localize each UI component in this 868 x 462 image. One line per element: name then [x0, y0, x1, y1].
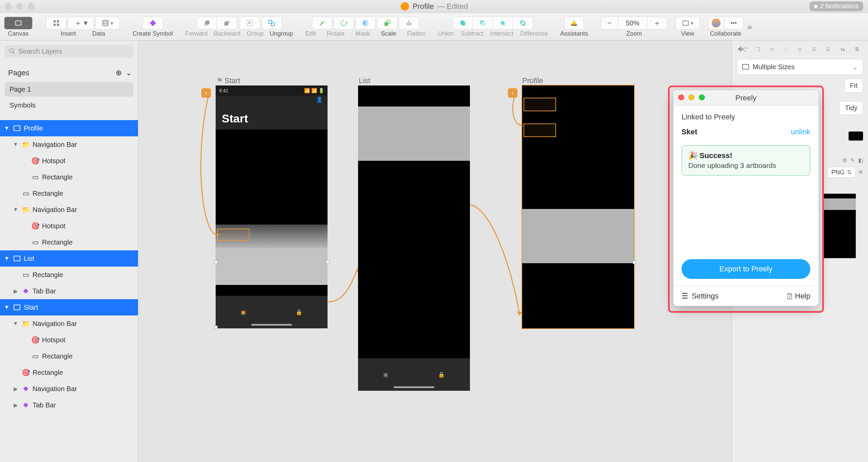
- artboard-label[interactable]: Profile: [522, 76, 543, 85]
- flтипова-button[interactable]: [399, 17, 419, 30]
- zoom-window-button[interactable]: [28, 3, 35, 10]
- edit-button[interactable]: [312, 17, 332, 30]
- insert-grid-button[interactable]: [46, 17, 66, 30]
- align-bottom-button[interactable]: ⫒: [824, 45, 833, 54]
- pages-collapse-button[interactable]: ⌄: [126, 69, 132, 77]
- canvas[interactable]: ⚑Start List Profile 9:41📶 📶 🔋 👤 Start ▣ …: [138, 41, 732, 462]
- export-preview-button[interactable]: ◧: [858, 157, 863, 163]
- add-page-button[interactable]: ⊕: [116, 69, 122, 77]
- layer-artboard-list[interactable]: ▼ List: [0, 250, 138, 267]
- align-center-v-button[interactable]: ⫑: [810, 45, 818, 54]
- artboard-profile[interactable]: [522, 85, 634, 328]
- create-symbol-button[interactable]: [143, 17, 163, 30]
- rectangle-icon: ▭: [22, 271, 30, 278]
- toolbar-label: Edit: [305, 30, 316, 37]
- tab-icon-2: 🔒: [296, 309, 302, 315]
- prototype-start-badge[interactable]: ‹: [201, 88, 211, 98]
- group-button[interactable]: [240, 17, 260, 30]
- artboard-list[interactable]: ▣ 🔒: [358, 85, 470, 391]
- layer-hotspot[interactable]: 🎯 Rectangle: [0, 364, 138, 381]
- collaborate-menu-button[interactable]: •••: [724, 17, 743, 30]
- layer-rectangle[interactable]: ▭ Rectangle: [0, 348, 138, 364]
- distribute-v-button[interactable]: ⇅: [852, 45, 861, 54]
- union-button[interactable]: [453, 17, 473, 30]
- hotspot[interactable]: [524, 123, 556, 137]
- insert-menu-button[interactable]: ＋ ▾: [68, 17, 94, 30]
- preely-export-button[interactable]: Export to Preely: [682, 259, 810, 279]
- flatten-icon: [405, 19, 413, 27]
- scale-button[interactable]: [377, 17, 397, 30]
- preely-plugin-panel: Preely Linked to Preely Sket unlink 🎉 Su…: [673, 90, 818, 306]
- close-window-button[interactable]: [5, 3, 12, 10]
- grid-icon: [53, 19, 60, 27]
- difference-button[interactable]: [513, 17, 533, 30]
- preely-zoom-button[interactable]: [699, 94, 705, 100]
- forward-button[interactable]: [197, 17, 217, 30]
- artboard-size-selector[interactable]: Multiple Sizes ⌄: [737, 59, 863, 75]
- export-remove-button[interactable]: ✕: [858, 169, 863, 176]
- hotspot[interactable]: [217, 229, 250, 241]
- artboard-label[interactable]: ⚑Start: [216, 76, 240, 85]
- layer-symbol[interactable]: ▶ Tab Bar: [0, 397, 138, 413]
- canvas-toggle-button[interactable]: [4, 17, 33, 30]
- align-center-h-button[interactable]: ⫎: [753, 45, 762, 54]
- layer-group[interactable]: ▼ 📁 Navigation Bar: [0, 136, 138, 153]
- toolbar-label: Rotate: [327, 30, 344, 37]
- export-settings-button[interactable]: ⚙: [842, 157, 847, 163]
- view-menu-button[interactable]: ▾: [675, 17, 700, 30]
- hotspot-icon: 🎯: [31, 157, 39, 164]
- preely-unlink-button[interactable]: unlink: [791, 128, 810, 136]
- preely-settings-button[interactable]: ☰ Settings: [682, 292, 719, 301]
- layer-hotspot[interactable]: 🎯 Hotspot: [0, 332, 138, 348]
- hotspot[interactable]: [524, 98, 556, 111]
- layer-group[interactable]: ▼ 📁 Navigation Bar: [0, 315, 138, 332]
- preely-close-button[interactable]: [678, 94, 684, 100]
- artboard-label[interactable]: List: [359, 76, 370, 85]
- minimize-window-button[interactable]: [16, 3, 23, 10]
- layer-symbol[interactable]: ▶ Navigation Bar: [0, 381, 138, 397]
- backward-button[interactable]: [217, 17, 237, 30]
- prototype-back-badge[interactable]: ‹: [508, 88, 517, 98]
- zoom-in-button[interactable]: ＋: [647, 17, 667, 30]
- collaborate-avatar[interactable]: [708, 17, 724, 30]
- layer-group[interactable]: ▼ 📁 Navigation Bar: [0, 201, 138, 218]
- page-item[interactable]: Page 1: [5, 82, 133, 97]
- background-color-swatch[interactable]: [848, 131, 863, 141]
- layer-artboard-profile[interactable]: ▼ Profile: [0, 120, 138, 136]
- layer-hotspot[interactable]: 🎯 Hotspot: [0, 218, 138, 234]
- zoom-value[interactable]: 50%: [618, 17, 647, 30]
- zoom-out-button[interactable]: −: [601, 17, 618, 30]
- layer-symbol[interactable]: ▶ Tab Bar: [0, 283, 138, 299]
- notifications-badge[interactable]: 2 Notifications: [809, 1, 863, 11]
- intersect-button[interactable]: [493, 17, 513, 30]
- mask-button[interactable]: [355, 17, 376, 30]
- layer-rectangle[interactable]: ▭ Rectangle: [0, 267, 138, 283]
- layer-artboard-start[interactable]: ▼ Start: [0, 299, 138, 315]
- thumbnail[interactable]: [823, 194, 856, 258]
- rotate-button[interactable]: [334, 17, 354, 30]
- artboard-start[interactable]: 9:41📶 📶 🔋 👤 Start ▣ 🔒: [216, 85, 328, 328]
- align-top-button[interactable]: ⫐: [796, 45, 805, 54]
- distribute-h-button[interactable]: ⇆: [838, 45, 847, 54]
- export-edit-button[interactable]: ✎: [850, 157, 855, 163]
- assistants-button[interactable]: 🛎️: [564, 17, 584, 30]
- layer-rectangle[interactable]: ▭ Rectangle: [0, 169, 138, 185]
- layer-rectangle[interactable]: ▭ Rectangle: [0, 185, 138, 201]
- search-layers-input[interactable]: Search Layers: [5, 45, 133, 58]
- subtract-button[interactable]: [473, 17, 493, 30]
- toolbar-overflow-button[interactable]: »: [745, 22, 754, 32]
- export-format-selector[interactable]: PNG⇅: [828, 167, 855, 178]
- preely-help-button[interactable]: ⍰ Help: [787, 292, 810, 301]
- data-menu-button[interactable]: ▾: [95, 17, 120, 30]
- layer-hotspot[interactable]: 🎯 Hotspot: [0, 153, 138, 169]
- preely-minimize-button[interactable]: [688, 94, 694, 100]
- tidy-button[interactable]: Tidy: [839, 101, 863, 115]
- ungroup-button[interactable]: [261, 17, 282, 30]
- fit-button[interactable]: Fit: [844, 79, 863, 93]
- align-left-button[interactable]: �⫍: [739, 45, 748, 54]
- page-item[interactable]: Symbols: [5, 98, 133, 113]
- mask-icon: [362, 19, 369, 27]
- align-right-button[interactable]: ⫏: [767, 45, 776, 54]
- layer-rectangle[interactable]: ▭ Rectangle: [0, 234, 138, 250]
- preely-titlebar[interactable]: Preely: [673, 90, 818, 106]
